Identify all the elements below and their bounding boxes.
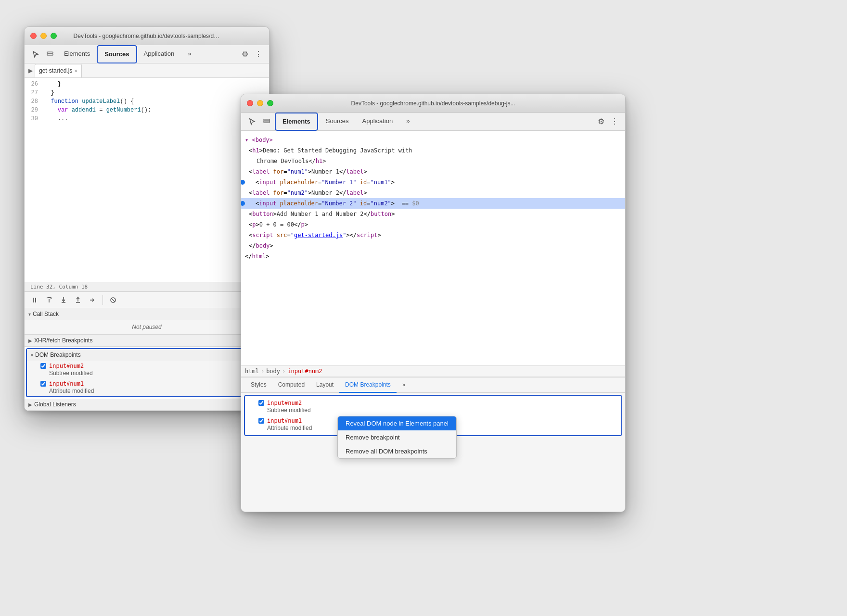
tab-more-1[interactable]: » — [181, 45, 198, 63]
bp-checkbox-num2-1[interactable] — [40, 363, 46, 369]
code-line-30: 30 ... — [25, 114, 269, 123]
ctx-remove-bp[interactable]: Remove breakpoint — [338, 430, 456, 444]
bp-checkbox-num2-2[interactable] — [258, 400, 264, 406]
ctx-remove-all[interactable]: Remove all DOM breakpoints — [338, 444, 456, 458]
cursor-icon-2[interactable] — [245, 114, 259, 129]
bc-input-num2[interactable]: input#num2 — [287, 368, 322, 375]
bp-dot-num1 — [241, 180, 245, 185]
tab-dom-breakpoints[interactable]: DOM Breakpoints — [339, 377, 397, 393]
debug-separator — [103, 295, 103, 305]
elem-button: <button>Add Number 1 and Number 2</butto… — [241, 209, 625, 219]
bc-body[interactable]: body — [266, 368, 280, 375]
call-stack-arrow: ▾ — [28, 312, 31, 317]
minimize-button-2[interactable] — [257, 100, 263, 106]
minimize-button-1[interactable] — [40, 33, 47, 39]
debug-toolbar-1: ⏸ — [25, 292, 269, 308]
cursor-icon[interactable] — [28, 47, 43, 62]
svg-rect-0 — [47, 52, 53, 53]
elem-input-num2: <input placeholder="Number 2" id="num2">… — [241, 198, 625, 209]
main-panel-1: ▶ get-started.js × 26 } 27 } 28 — [25, 63, 269, 411]
bc-html[interactable]: html — [245, 368, 259, 375]
status-bar-1: Line 32, Column 18 — [25, 282, 269, 292]
maximize-button-1[interactable] — [51, 33, 57, 39]
code-line-28: 28 function updateLabel() { — [25, 97, 269, 106]
tab-sources-1[interactable]: Sources — [97, 45, 137, 63]
code-line-26: 26 } — [25, 80, 269, 88]
more-icon-2[interactable]: ⋮ — [608, 115, 621, 128]
tab-elements-1[interactable]: Elements — [57, 45, 97, 63]
layers-icon[interactable] — [43, 47, 57, 62]
devtools-content-1: ▶ get-started.js × 26 } 27 } 28 — [25, 63, 269, 411]
global-arrow: ▶ — [28, 402, 32, 407]
svg-rect-1 — [47, 54, 53, 55]
window-title-1: DevTools - googlechrome.github.io/devtoo… — [74, 33, 220, 39]
tab-more-2[interactable]: » — [399, 113, 416, 131]
window2-body: ▾ <body> <h1>Demo: Get Started Debugging… — [241, 131, 625, 512]
step-into-button[interactable] — [57, 294, 70, 306]
elem-p: <p>0 + 0 = 00</p> — [241, 219, 625, 230]
step-out-button[interactable] — [72, 294, 84, 306]
context-menu: Reveal DOM node in Elements panel Remove… — [337, 416, 457, 459]
title-bar-2: DevTools - googlechrome.github.io/devtoo… — [241, 94, 625, 113]
elem-label-num2: <label for="num2">Number 2</label> — [241, 188, 625, 198]
code-editor-1[interactable]: 26 } 27 } 28 function updateLabel() { 29… — [25, 78, 269, 282]
elem-h1-text: Chrome DevTools</h1> — [241, 156, 625, 166]
dom-bp-header-1[interactable]: ▾ DOM Breakpoints — [27, 349, 267, 361]
xhr-section: ▶ XHR/fetch Breakpoints — [25, 335, 269, 347]
tab-application-2[interactable]: Application — [356, 113, 400, 131]
xhr-arrow: ▶ — [28, 338, 32, 343]
step-button[interactable] — [86, 294, 99, 306]
code-line-27: 27 } — [25, 88, 269, 97]
more-icon-1[interactable]: ⋮ — [252, 48, 265, 61]
elem-script: <script src="get-started.js"></script> — [241, 230, 625, 240]
devtools-tabbar-2: Elements Sources Application » ⚙ ⋮ — [241, 113, 625, 131]
dom-bp-arrow-1: ▾ — [31, 352, 33, 358]
elem-h1-open: <h1>Demo: Get Started Debugging JavaScri… — [241, 145, 625, 156]
ctx-reveal[interactable]: Reveal DOM node in Elements panel — [338, 416, 456, 430]
window-controls-2 — [247, 100, 273, 106]
maximize-button-2[interactable] — [267, 100, 273, 106]
window-title-2: DevTools - googlechrome.github.io/devtoo… — [351, 100, 515, 107]
elem-label-num1: <label for="num1">Number 1</label> — [241, 166, 625, 177]
tab-layout[interactable]: Layout — [310, 377, 339, 393]
call-stack-header[interactable]: ▾ Call Stack — [25, 308, 269, 320]
devtools-window-2: DevTools - googlechrome.github.io/devtoo… — [241, 94, 626, 512]
bp-checkbox-num1-2[interactable] — [258, 418, 264, 424]
file-icon: ▶ — [28, 67, 33, 74]
elem-body: ▾ <body> — [241, 135, 625, 145]
xhr-header[interactable]: ▶ XHR/fetch Breakpoints — [25, 335, 269, 346]
elements-panel: ▾ <body> <h1>Demo: Get Started Debugging… — [241, 131, 625, 377]
pause-button[interactable]: ⏸ — [28, 294, 41, 306]
file-tab-getstarted[interactable]: get-started.js × — [35, 64, 82, 77]
deactivate-button[interactable] — [107, 294, 119, 306]
elem-html-close: </html> — [241, 251, 625, 262]
dom-breakpoints-section-1: ▾ DOM Breakpoints input#num2 Subtree mod… — [26, 348, 268, 397]
svg-rect-10 — [264, 121, 270, 123]
tab-application-1[interactable]: Application — [137, 45, 181, 63]
tab-computed[interactable]: Computed — [272, 377, 310, 393]
bp-desc-num2-2: Subtree modified — [258, 407, 616, 414]
not-paused-text: Not paused — [25, 320, 269, 334]
tab-styles[interactable]: Styles — [245, 377, 272, 393]
file-tab-close[interactable]: × — [74, 68, 77, 74]
step-over-button[interactable] — [43, 294, 55, 306]
tab-more-bottom[interactable]: » — [397, 377, 411, 393]
tab-sources-2[interactable]: Sources — [319, 113, 356, 131]
file-tabs-1: ▶ get-started.js × — [25, 63, 269, 78]
close-button-2[interactable] — [247, 100, 253, 106]
layers-icon-2[interactable] — [259, 114, 274, 129]
svg-rect-9 — [264, 119, 270, 121]
bp-item-num2-2: input#num2 Subtree modified — [245, 398, 621, 415]
bottom-tabs: Styles Computed Layout DOM Breakpoints » — [241, 377, 625, 393]
bp-checkbox-num1-1[interactable] — [40, 381, 46, 387]
window-controls-1 — [30, 33, 57, 39]
code-line-29: 29 var addend1 = getNumber1(); — [25, 106, 269, 114]
close-button-1[interactable] — [30, 33, 37, 39]
title-bar-1: DevTools - googlechrome.github.io/devtoo… — [25, 27, 269, 45]
dom-tree[interactable]: ▾ <body> <h1>Demo: Get Started Debugging… — [241, 131, 625, 365]
global-listeners-header[interactable]: ▶ Global Listeners — [25, 399, 269, 410]
gear-icon-2[interactable]: ⚙ — [594, 115, 608, 128]
gear-icon-1[interactable]: ⚙ — [238, 48, 252, 61]
bp-item-num1-1: input#num1 Attribute modified — [27, 378, 267, 396]
tab-elements-2[interactable]: Elements — [275, 113, 318, 131]
